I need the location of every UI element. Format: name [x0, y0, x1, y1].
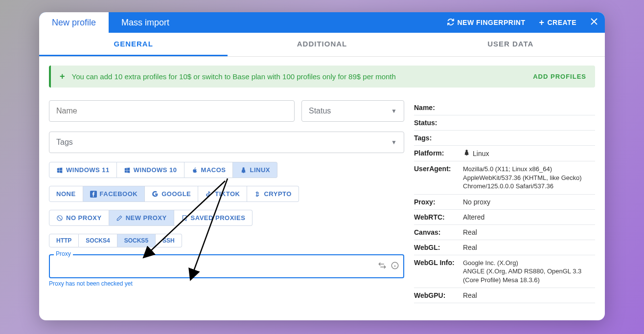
chip-no-proxy[interactable]: NO PROXY — [49, 210, 109, 226]
close-icon — [590, 16, 598, 29]
chip-label: MACOS — [201, 166, 226, 174]
facebook-icon — [90, 191, 97, 198]
mini-chip-socks4[interactable]: SOCKS4 — [79, 234, 117, 247]
status-select[interactable]: Status ▼ — [301, 100, 404, 122]
info-icon[interactable] — [391, 261, 399, 272]
chip-label: SOCKS4 — [86, 237, 110, 244]
chip-label: GOOGLE — [161, 190, 191, 198]
refresh-icon — [447, 18, 455, 27]
promo-banner: + You can add 10 extra profiles for 10$ … — [49, 66, 595, 88]
proxy-field-label: Proxy — [54, 250, 73, 257]
info-row-name: Name: — [414, 100, 595, 115]
profile-modal: New profile Mass import NEW FINGERPRINT … — [39, 12, 605, 320]
proxy-hint: Proxy has not been checked yet — [49, 280, 404, 287]
info-row-canvas: Canvas:Real — [414, 225, 595, 240]
tags-select[interactable]: Tags ▼ — [49, 132, 404, 153]
chip-label: SAVED PROXIES — [191, 214, 246, 222]
subtab-general[interactable]: GENERAL — [39, 33, 228, 56]
chip-new-proxy[interactable]: NEW PROXY — [109, 210, 174, 226]
linux-icon — [463, 149, 470, 157]
google-icon — [152, 191, 159, 198]
new-fingerprint-button[interactable]: NEW FINGERPRINT — [440, 12, 532, 33]
chip-label: NEW PROXY — [126, 214, 167, 222]
chip-label: WINDOWS 10 — [134, 166, 177, 174]
chip-macos[interactable]: MACOS — [184, 162, 233, 178]
windows-icon — [56, 167, 63, 174]
info-row-tags: Tags: — [414, 131, 595, 146]
info-row-webgl: WebGL:Real — [414, 240, 595, 255]
chip-none[interactable]: NONE — [49, 186, 83, 202]
edit-icon — [116, 215, 123, 222]
chip-label: FACEBOOK — [100, 190, 138, 198]
name-input[interactable] — [49, 100, 295, 122]
subtab-additional[interactable]: ADDITIONAL — [228, 33, 416, 56]
banner-text: You can add 10 extra profiles for 10$ or… — [72, 72, 533, 81]
tab-mass-import[interactable]: Mass import — [109, 12, 182, 33]
chevron-down-icon: ▼ — [391, 108, 397, 114]
mini-chip-ssh[interactable]: SSH — [156, 234, 182, 247]
chip-label: SOCKS5 — [124, 237, 148, 244]
chip-label: LINUX — [250, 166, 270, 174]
tags-placeholder: Tags — [56, 138, 73, 147]
chip-windows-11[interactable]: WINDOWS 11 — [49, 162, 117, 178]
linux-icon — [240, 167, 247, 174]
chip-saved-proxies[interactable]: SAVED PROXIES — [174, 210, 253, 226]
chip-crypto[interactable]: CRYPTO — [247, 186, 299, 202]
bookmark-icon — [181, 215, 188, 222]
chip-label: CRYPTO — [264, 190, 291, 198]
chip-label: HTTP — [56, 237, 71, 244]
chip-tiktok[interactable]: TIKTOK — [198, 186, 247, 202]
chip-label: NO PROXY — [66, 214, 102, 222]
create-button[interactable]: + CREATE — [532, 12, 583, 33]
apple-icon — [191, 167, 198, 174]
info-panel: Name: Status: Tags: Platform:Linux UserA… — [414, 100, 595, 303]
tab-label: Mass import — [121, 18, 169, 28]
info-row-webglinfo: WebGL Info:Google Inc. (X.Org)ANGLE (X.O… — [414, 255, 595, 289]
plus-icon: + — [539, 18, 544, 28]
chip-label: SSH — [162, 237, 175, 244]
tab-label: New profile — [52, 18, 96, 28]
windows-icon — [124, 167, 131, 174]
info-row-webgpu: WebGPU:Real — [414, 288, 595, 303]
mini-chip-http[interactable]: HTTP — [49, 234, 79, 247]
chip-label: WINDOWS 11 — [66, 166, 110, 174]
info-row-webrtc: WebRTC:Altered — [414, 210, 595, 225]
tab-new-profile[interactable]: New profile — [39, 12, 109, 33]
chip-label: NONE — [56, 190, 76, 198]
chip-label: TIKTOK — [215, 190, 240, 198]
plus-icon: + — [60, 71, 65, 82]
info-row-status: Status: — [414, 115, 595, 131]
chip-windows-10[interactable]: WINDOWS 10 — [117, 162, 184, 178]
proxy-input[interactable] — [49, 254, 404, 278]
form-panel: Status ▼ Tags ▼ WINDOWS 11WINDOWS 10MACO… — [49, 100, 404, 303]
noproxy-icon — [56, 215, 63, 222]
chip-google[interactable]: GOOGLE — [145, 186, 198, 202]
tiktok-icon — [205, 191, 212, 198]
chip-facebook[interactable]: FACEBOOK — [83, 186, 145, 202]
proxy-type-chip-row: HTTPSOCKS4SOCKS5SSH — [49, 234, 404, 247]
app-chip-row: NONEFACEBOOKGOOGLETIKTOKCRYPTO — [49, 186, 404, 202]
info-row-useragent: UserAgent:Mozilla/5.0 (X11; Linux x86_64… — [414, 161, 595, 195]
chip-linux[interactable]: LINUX — [233, 162, 277, 178]
swap-icon[interactable] — [378, 261, 387, 272]
info-row-platform: Platform:Linux — [414, 146, 595, 161]
add-profiles-button[interactable]: ADD PROFILES — [533, 73, 586, 80]
chevron-down-icon: ▼ — [391, 139, 397, 146]
subtab-userdata[interactable]: USER DATA — [416, 33, 605, 56]
subtabs: GENERAL ADDITIONAL USER DATA — [39, 33, 605, 57]
bitcoin-icon — [254, 191, 261, 198]
create-label: CREATE — [547, 19, 576, 26]
proxy-mode-chip-row: NO PROXYNEW PROXYSAVED PROXIES — [49, 210, 404, 226]
status-placeholder: Status — [309, 107, 331, 115]
close-button[interactable] — [583, 12, 605, 33]
content: + You can add 10 extra profiles for 10$ … — [39, 57, 605, 320]
mini-chip-socks5[interactable]: SOCKS5 — [117, 234, 156, 247]
proxy-field: Proxy — [49, 254, 404, 278]
topbar: New profile Mass import NEW FINGERPRINT … — [39, 12, 605, 33]
info-row-proxy: Proxy:No proxy — [414, 195, 595, 210]
new-fingerprint-label: NEW FINGERPRINT — [458, 19, 526, 26]
os-chip-row: WINDOWS 11WINDOWS 10MACOSLINUX — [49, 162, 404, 178]
